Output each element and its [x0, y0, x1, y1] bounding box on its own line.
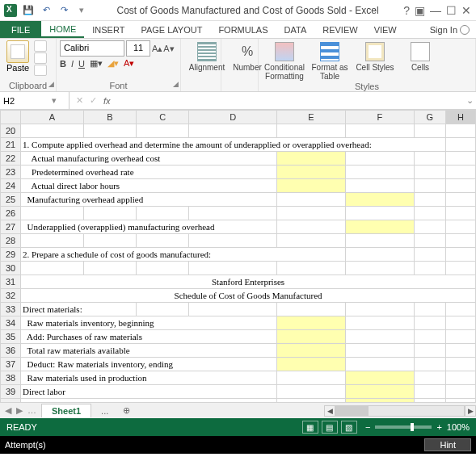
- row-header-36[interactable]: 36: [1, 344, 21, 358]
- tab-review[interactable]: REVIEW: [314, 21, 365, 38]
- cell-30-E[interactable]: [276, 262, 345, 275]
- sheet-nav-menu-icon[interactable]: …: [27, 405, 36, 416]
- cell-38-E[interactable]: [276, 371, 345, 385]
- decrease-font-icon[interactable]: A▾: [163, 44, 174, 54]
- cell-24-A[interactable]: Actual direct labor hours: [21, 179, 277, 193]
- row-header-20[interactable]: 20: [1, 124, 21, 138]
- cell-26-A[interactable]: [21, 207, 83, 220]
- cell-38-H[interactable]: [445, 371, 475, 385]
- cell-39-G[interactable]: [414, 385, 445, 399]
- col-header-F[interactable]: F: [345, 111, 414, 124]
- cell-40-A[interactable]: Manufacturing overhead applied to work i…: [21, 399, 277, 403]
- row-header-25[interactable]: 25: [1, 193, 21, 207]
- cell-29-H[interactable]: [445, 248, 475, 262]
- cell-35-G[interactable]: [414, 330, 445, 344]
- row-header-32[interactable]: 32: [1, 289, 21, 303]
- row-header-39[interactable]: 39: [1, 385, 21, 399]
- tab-data[interactable]: DATA: [276, 21, 315, 38]
- maximize-icon[interactable]: ☐: [446, 4, 457, 17]
- add-sheet-button[interactable]: ⊕: [118, 405, 135, 416]
- cell-27-H[interactable]: [445, 220, 475, 234]
- formula-expand-icon[interactable]: ⌄: [463, 92, 476, 109]
- row-header-33[interactable]: 33: [1, 303, 21, 316]
- row-header-23[interactable]: 23: [1, 166, 21, 179]
- row-header-22[interactable]: 22: [1, 152, 21, 166]
- format-painter-icon[interactable]: [34, 65, 47, 76]
- cell-27-G[interactable]: [414, 220, 445, 234]
- hint-button[interactable]: Hint: [424, 438, 471, 451]
- cell-20-F[interactable]: [345, 124, 414, 138]
- cell-37-H[interactable]: [445, 358, 475, 371]
- cell-38-G[interactable]: [414, 371, 445, 385]
- cell-22-F[interactable]: [345, 152, 414, 166]
- font-dialog-launcher[interactable]: ◢: [173, 78, 179, 90]
- tab-insert[interactable]: INSERT: [84, 21, 133, 38]
- cells-button[interactable]: Cells: [398, 40, 443, 81]
- cell-30-H[interactable]: [445, 262, 475, 275]
- cell-33-A[interactable]: Direct materials:: [21, 303, 137, 316]
- cell-20-E[interactable]: [276, 124, 345, 138]
- row-header-37[interactable]: 37: [1, 358, 21, 371]
- bold-button[interactable]: B: [60, 59, 66, 69]
- cell-34-H[interactable]: [445, 316, 475, 330]
- cell-37-E[interactable]: [276, 358, 345, 371]
- italic-button[interactable]: I: [71, 59, 74, 69]
- row-header-24[interactable]: 24: [1, 179, 21, 193]
- cell-36-G[interactable]: [414, 344, 445, 358]
- cell-39-H[interactable]: [445, 385, 475, 399]
- cell-36-F[interactable]: [345, 344, 414, 358]
- row-header-30[interactable]: 30: [1, 262, 21, 275]
- cell-26-E[interactable]: [276, 207, 345, 220]
- cell-33-F[interactable]: [345, 303, 414, 316]
- row-header-31[interactable]: 31: [1, 275, 21, 289]
- cell-27-E[interactable]: [276, 220, 345, 234]
- hscroll-right-icon[interactable]: ▶: [465, 405, 476, 417]
- cell-34-F[interactable]: [345, 316, 414, 330]
- row-header-29[interactable]: 29: [1, 248, 21, 262]
- conditional-formatting-button[interactable]: Conditional Formatting: [262, 40, 307, 81]
- row-header-40[interactable]: 40: [1, 399, 21, 403]
- cell-25-F[interactable]: [345, 193, 414, 207]
- cell-24-G[interactable]: [414, 179, 445, 193]
- cell-22-H[interactable]: [445, 152, 475, 166]
- row-header-26[interactable]: 26: [1, 207, 21, 220]
- cell-22-E[interactable]: [276, 152, 345, 166]
- undo-icon[interactable]: ↶: [39, 3, 53, 18]
- zoom-slider[interactable]: [375, 425, 432, 429]
- cell-27-A[interactable]: Underapplied (overapplied) manufacturing…: [21, 220, 277, 234]
- cell-20-H[interactable]: [445, 124, 475, 138]
- cell-25-E[interactable]: [276, 193, 345, 207]
- cell-35-E[interactable]: [276, 330, 345, 344]
- col-header-G[interactable]: G: [414, 111, 445, 124]
- cancel-formula-icon[interactable]: ✕: [76, 95, 83, 106]
- cell-28-B[interactable]: [83, 234, 137, 248]
- underline-button[interactable]: U: [78, 59, 85, 69]
- cell-30-D[interactable]: [189, 262, 277, 275]
- cell-20-B[interactable]: [83, 124, 137, 138]
- sheet-tab-active[interactable]: Sheet1: [41, 404, 91, 417]
- cell-20-D[interactable]: [189, 124, 277, 138]
- cell-28-E[interactable]: [276, 234, 345, 248]
- zoom-out-icon[interactable]: −: [365, 422, 370, 432]
- cell-20-A[interactable]: [21, 124, 83, 138]
- cell-26-G[interactable]: [414, 207, 445, 220]
- cell-24-H[interactable]: [445, 179, 475, 193]
- cell-24-F[interactable]: [345, 179, 414, 193]
- file-tab[interactable]: FILE: [0, 21, 41, 38]
- cell-35-A[interactable]: Add: Purchases of raw materials: [21, 330, 277, 344]
- cell-21-H[interactable]: [445, 138, 475, 152]
- cell-36-E[interactable]: [276, 344, 345, 358]
- enter-formula-icon[interactable]: ✓: [90, 95, 97, 106]
- row-header-21[interactable]: 21: [1, 138, 21, 152]
- cell-32-center[interactable]: Schedule of Cost of Goods Manufactured: [21, 289, 476, 303]
- font-color-button[interactable]: A▾: [124, 58, 134, 69]
- cell-37-F[interactable]: [345, 358, 414, 371]
- cell-28-G[interactable]: [414, 234, 445, 248]
- cell-33-H[interactable]: [445, 303, 475, 316]
- col-header-H[interactable]: H: [445, 111, 475, 124]
- cell-28-H[interactable]: [445, 234, 475, 248]
- col-header-A[interactable]: A: [21, 111, 83, 124]
- cell-22-A[interactable]: Actual manufacturing overhead cost: [21, 152, 277, 166]
- sheet-nav-next-icon[interactable]: ▶: [16, 405, 23, 416]
- row-header-28[interactable]: 28: [1, 234, 21, 248]
